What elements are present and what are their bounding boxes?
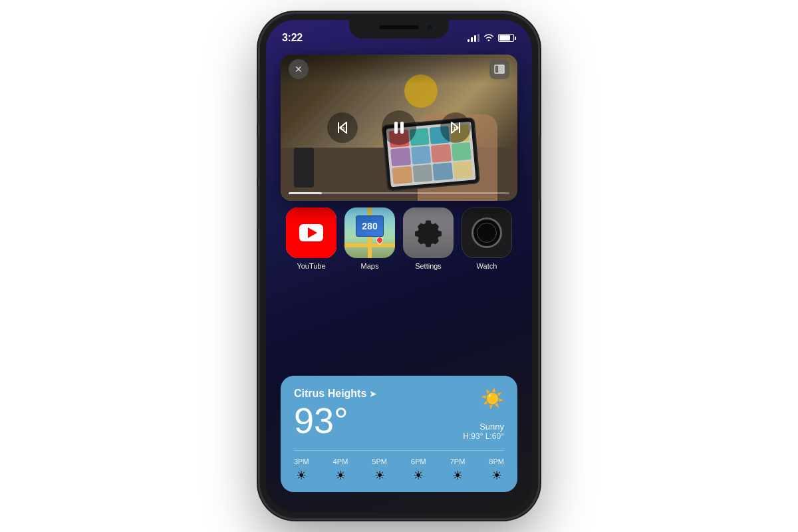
scene: 3:22 bbox=[0, 0, 798, 532]
signal-bar-2 bbox=[471, 37, 473, 42]
settings-gear-icon bbox=[413, 217, 444, 248]
weather-sun-icon: ☀️ bbox=[481, 388, 504, 410]
pip-video-container[interactable]: ✕ 15 bbox=[281, 55, 517, 201]
app-icons-row: YouTube 280 bbox=[266, 207, 532, 270]
weather-hour-label-3: 6PM bbox=[411, 458, 426, 466]
volume-down-button[interactable] bbox=[257, 186, 259, 229]
skip-forward-button[interactable]: 15 bbox=[440, 112, 471, 143]
weather-hour-1: 4PM ☀ bbox=[333, 458, 348, 483]
weather-hour-icon-0: ☀ bbox=[296, 468, 307, 483]
settings-label: Settings bbox=[415, 262, 442, 270]
weather-condition: Sunny H:93° L:60° bbox=[463, 422, 504, 441]
weather-temperature: 93° bbox=[294, 402, 377, 438]
battery-icon bbox=[498, 34, 516, 42]
weather-hour-label-2: 5PM bbox=[372, 458, 387, 466]
signal-bar-1 bbox=[467, 39, 469, 42]
wifi-icon bbox=[483, 33, 494, 43]
notch bbox=[349, 20, 449, 39]
weather-hourly-forecast: 3PM ☀ 4PM ☀ 5PM ☀ 6PM ☀ bbox=[294, 450, 504, 483]
status-time: 3:22 bbox=[282, 32, 303, 44]
weather-hour-label-0: 3PM bbox=[294, 458, 309, 466]
skip-back-button[interactable]: 15 bbox=[327, 112, 358, 143]
maps-pin bbox=[376, 237, 383, 243]
weather-low: L:60° bbox=[485, 432, 504, 441]
status-icons bbox=[467, 33, 516, 43]
volume-up-button[interactable] bbox=[257, 136, 259, 179]
weather-hour-label-5: 8PM bbox=[489, 458, 504, 466]
skip-back-icon: 15 bbox=[333, 118, 352, 137]
weather-hour-label-4: 7PM bbox=[450, 458, 466, 466]
pause-icon bbox=[390, 118, 408, 137]
svg-rect-4 bbox=[400, 122, 404, 134]
watch-label: Watch bbox=[477, 262, 497, 270]
weather-city: Citrus Heights bbox=[294, 388, 366, 400]
weather-high-low: H:93° L:60° bbox=[463, 432, 504, 441]
weather-hour-label-1: 4PM bbox=[333, 458, 348, 466]
maps-shield-number: 280 bbox=[362, 221, 377, 231]
signal-bar-3 bbox=[474, 35, 476, 42]
front-camera bbox=[426, 24, 433, 31]
weather-hour-icon-4: ☀ bbox=[452, 468, 463, 483]
signal-icon bbox=[467, 34, 479, 42]
pip-progress-bar[interactable] bbox=[289, 192, 509, 194]
maps-label: Maps bbox=[361, 262, 379, 270]
maps-app-icon: 280 bbox=[344, 207, 395, 258]
maps-app-wrapper[interactable]: 280 Maps bbox=[344, 207, 395, 270]
youtube-app-icon bbox=[286, 207, 336, 258]
weather-high: H:93° bbox=[463, 432, 483, 441]
weather-widget[interactable]: Citrus Heights ➤ 93° ☀️ Sunny H:93° bbox=[281, 376, 517, 492]
signal-bar-4 bbox=[477, 34, 479, 42]
weather-hour-0: 3PM ☀ bbox=[294, 458, 309, 483]
pip-progress-fill bbox=[289, 192, 322, 194]
settings-app-icon bbox=[403, 207, 454, 258]
youtube-label: YouTube bbox=[297, 262, 325, 270]
speaker bbox=[379, 25, 419, 29]
mute-button[interactable] bbox=[257, 100, 259, 124]
weather-hour-3: 6PM ☀ bbox=[411, 458, 426, 483]
youtube-app-wrapper[interactable]: YouTube bbox=[286, 207, 336, 270]
weather-hour-icon-5: ☀ bbox=[491, 468, 502, 483]
weather-hour-4: 7PM ☀ bbox=[450, 458, 466, 483]
weather-hour-icon-2: ☀ bbox=[374, 468, 385, 483]
weather-hour-icon-3: ☀ bbox=[413, 468, 424, 483]
skip-forward-icon: 15 bbox=[446, 118, 465, 137]
weather-location: Citrus Heights ➤ bbox=[294, 388, 377, 400]
power-button[interactable] bbox=[539, 136, 541, 200]
phone-screen: 3:22 bbox=[266, 20, 532, 512]
svg-text:15: 15 bbox=[340, 126, 345, 130]
watch-app-inner bbox=[477, 223, 497, 243]
svg-text:15: 15 bbox=[454, 126, 458, 130]
weather-hour-icon-1: ☀ bbox=[335, 468, 346, 483]
weather-location-arrow-icon: ➤ bbox=[369, 388, 377, 399]
weather-top: Citrus Heights ➤ 93° ☀️ Sunny H:93° bbox=[294, 388, 504, 441]
watch-app-icon bbox=[462, 207, 512, 258]
weather-condition-text: Sunny bbox=[463, 422, 504, 432]
watch-app-wrapper[interactable]: Watch bbox=[462, 207, 512, 270]
pause-button[interactable] bbox=[382, 110, 416, 145]
weather-hour-2: 5PM ☀ bbox=[372, 458, 387, 483]
maps-shield: 280 bbox=[356, 215, 384, 237]
weather-hour-5: 8PM ☀ bbox=[489, 458, 504, 483]
pip-controls: 15 15 bbox=[281, 55, 517, 201]
svg-rect-3 bbox=[394, 122, 398, 134]
phone-shell: 3:22 bbox=[259, 13, 539, 519]
settings-app-wrapper[interactable]: Settings bbox=[403, 207, 454, 270]
watch-app-face bbox=[471, 217, 502, 248]
